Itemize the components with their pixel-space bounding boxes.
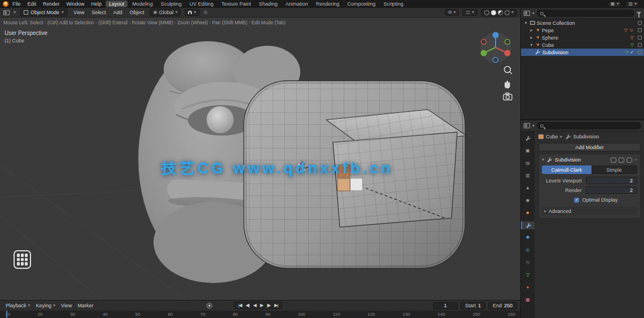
overlays-toggle[interactable]: ◫ ▾ (462, 9, 477, 16)
caret-right-icon[interactable]: ▸ (529, 28, 534, 33)
axis-x-icon[interactable] (505, 50, 511, 56)
menu-object[interactable]: Object (128, 10, 146, 15)
menu-add[interactable]: Add (111, 10, 124, 15)
outliner-row-pepe[interactable]: ▸ ▼ Pepe ▽ ☺ (521, 27, 644, 34)
menu-edit[interactable]: Edit (25, 1, 40, 7)
modifier-name-field[interactable]: Subdivision (555, 157, 608, 163)
caret-down-icon[interactable]: ▾ (529, 42, 534, 47)
shading-wireframe-icon[interactable] (484, 10, 489, 15)
menu-select[interactable]: Select (90, 10, 107, 15)
tab-tool[interactable] (521, 134, 535, 142)
menu-marker[interactable]: Marker (75, 303, 95, 308)
workspace-tab-shading[interactable]: Shading (256, 1, 281, 7)
filter-icon[interactable] (637, 12, 641, 15)
optimal-display-checkbox[interactable]: ✓ (574, 198, 579, 203)
workspace-tab-scripting[interactable]: Scripting (380, 1, 406, 7)
outliner-search-input[interactable] (546, 10, 631, 16)
caret-right-icon[interactable]: ▸ (529, 35, 534, 40)
play-button[interactable]: ▶ (259, 303, 265, 308)
properties-search-input[interactable] (546, 123, 638, 129)
tab-output[interactable]: ▤ (521, 159, 535, 167)
tab-scene[interactable]: ▲ (521, 184, 535, 192)
close-icon[interactable]: × (634, 158, 637, 162)
outliner-row-cube[interactable]: ▾ ▼ Cube ▽ (521, 41, 644, 49)
shading-material-icon[interactable] (498, 10, 503, 15)
collapse-caret-icon[interactable]: ▾ (542, 158, 544, 162)
tab-object-data[interactable]: ▽ (521, 271, 535, 279)
menu-keying[interactable]: Keying ▾ (34, 303, 58, 308)
next-keyframe-button[interactable]: |▶ (265, 303, 272, 308)
axis-y-icon[interactable] (481, 50, 487, 56)
visibility-checkbox[interactable] (638, 50, 642, 54)
catmull-clark-button[interactable]: Catmull-Clark (542, 165, 592, 174)
visibility-checkbox[interactable] (638, 28, 642, 32)
add-modifier-button[interactable]: Add Modifier (538, 143, 641, 151)
simple-button[interactable]: Simple (592, 165, 637, 174)
display-in-editmode-toggle[interactable] (611, 158, 616, 163)
tab-object[interactable]: ■ (521, 209, 535, 217)
axis-x-neg-icon[interactable] (481, 40, 487, 45)
advanced-subpanel-header[interactable]: ▸ Advanced (542, 207, 637, 215)
camera-view-icon[interactable] (503, 93, 512, 101)
visibility-checkbox[interactable] (638, 36, 642, 40)
frame-end-field[interactable]: End 250 (488, 302, 517, 310)
menu-file[interactable]: File (10, 1, 24, 7)
view-layer-selector[interactable]: ▥ ▾ (625, 1, 639, 7)
shading-rendered-icon[interactable] (505, 10, 510, 15)
properties-editor-type-icon[interactable] (524, 123, 530, 128)
timeline-ruler[interactable]: 10 20 30 40 50 60 70 80 90 100 110 120 1… (0, 311, 520, 318)
tab-texture[interactable]: ▦ (521, 296, 535, 304)
properties-search[interactable] (537, 122, 641, 129)
frame-start-field[interactable]: Start 1 (461, 302, 485, 310)
outliner-row-scene-collection[interactable]: ▾ Scene Collection (521, 19, 644, 27)
axis-z-icon[interactable] (493, 32, 499, 38)
tab-view-layer[interactable]: ▥ (521, 172, 535, 180)
breadcrumb-item[interactable]: Subdivision (573, 134, 599, 140)
exclude-checkbox[interactable] (638, 21, 642, 25)
menu-view-timeline[interactable]: View (59, 303, 74, 308)
outliner-row-subdivision-selected[interactable]: Subdivision ▽ ✓ (521, 49, 644, 56)
blender-logo-icon[interactable] (3, 1, 8, 7)
scene-selector[interactable]: ▣ ▾ (608, 1, 622, 7)
tab-particles[interactable]: ✱ (521, 234, 535, 242)
jump-to-end-button[interactable]: ▶| (273, 303, 279, 308)
playhead[interactable] (6, 311, 7, 318)
caret-down-icon[interactable]: ▾ (523, 20, 528, 25)
menu-window[interactable]: Window (64, 1, 87, 7)
outliner-search[interactable] (537, 10, 634, 17)
display-realtime-toggle[interactable] (619, 158, 624, 163)
axis-y-neg-icon[interactable] (505, 40, 510, 45)
pan-hand-icon[interactable] (505, 81, 510, 89)
axis-z-neg-icon[interactable] (493, 58, 498, 63)
outliner-row-sphere[interactable]: ▸ ▼ Sphere ▽ (521, 34, 644, 41)
gizmos-toggle[interactable]: ⊞ ▾ (445, 9, 459, 16)
workspace-tab-layout[interactable]: Layout (106, 1, 128, 7)
workspace-tab-texture-paint[interactable]: Texture Paint (218, 1, 255, 7)
jump-to-start-button[interactable]: |◀ (236, 303, 243, 308)
tab-world[interactable]: ◉ (521, 197, 535, 204)
tab-modifiers[interactable] (521, 221, 535, 229)
workspace-tab-sculpting[interactable]: Sculpting (157, 1, 185, 7)
prev-keyframe-button[interactable]: ◀| (244, 303, 251, 308)
tab-physics[interactable]: ◎ (521, 246, 535, 254)
render-levels-field[interactable]: 2 (586, 186, 637, 194)
zoom-icon[interactable] (505, 67, 512, 75)
viewport-3d[interactable]: Mouse Left: Select · (Ctrl) Add to Selec… (0, 18, 520, 300)
auto-keying-record-icon[interactable] (207, 303, 212, 308)
menu-playback[interactable]: Playback ▾ (3, 303, 33, 308)
outliner-editor-type-icon[interactable] (524, 11, 530, 16)
tab-material[interactable]: ● (521, 284, 535, 291)
workspace-tab-compositing[interactable]: Compositing (344, 1, 379, 7)
tab-render[interactable]: ▣ (521, 147, 535, 155)
workspace-tab-rendering[interactable]: Rendering (313, 1, 343, 7)
workspace-tab-uv-editing[interactable]: UV Editing (186, 1, 217, 7)
current-frame-field[interactable]: 1 (433, 302, 458, 310)
menu-view[interactable]: View (72, 10, 86, 15)
workspace-tab-animation[interactable]: Animation (282, 1, 312, 7)
levels-viewport-field[interactable]: 2 (586, 177, 637, 184)
visibility-checkbox[interactable] (638, 43, 642, 47)
menu-help[interactable]: Help (89, 1, 105, 7)
tab-constraints[interactable]: ◇ (521, 259, 535, 267)
transform-orientation-dropdown[interactable]: ◉ Global ▾ (150, 8, 181, 16)
editor-type-icon[interactable] (3, 10, 10, 15)
